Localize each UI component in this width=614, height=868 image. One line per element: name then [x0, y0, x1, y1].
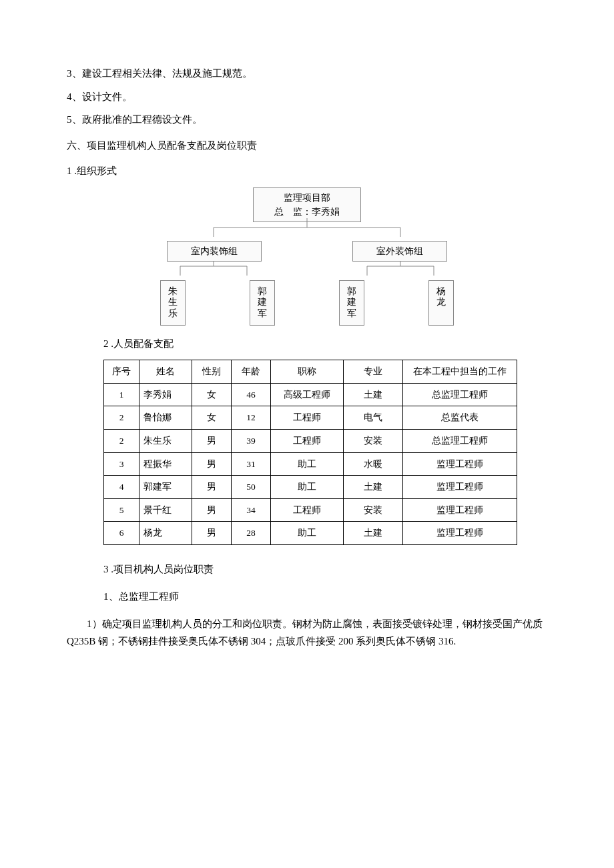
th-major: 专业 [344, 360, 403, 384]
org-top-box: 监理项目部 总 监：李秀娟 [253, 187, 361, 222]
list-item-5: 5、政府批准的工程德设文件。 [67, 110, 547, 129]
org-chart: 监理项目部 总 监：李秀娟 室内装饰组 室外装饰组 朱生乐 郭建军 郭建军 杨龙 [133, 187, 481, 328]
org-row2-left: 室内装饰组 [167, 241, 262, 262]
org-leaf-1: 朱生乐 [160, 280, 186, 326]
table-row: 2朱生乐男39工程师安装总监理工程师 [104, 429, 517, 452]
org-leaf-3: 郭建军 [339, 280, 364, 326]
role-1-title: 1、总监理工程师 [103, 587, 547, 606]
table-row: 5景千红男34工程师安装监理工程师 [104, 498, 517, 522]
th-gender: 性别 [192, 360, 232, 384]
paragraph-1: 1）确定项目监理机构人员的分工和岗位职责。钢材为防止腐蚀，表面接受镀锌处理，钢材… [67, 615, 547, 650]
table-row: 1李秀娟女46高级工程师土建总监理工程师 [104, 383, 517, 406]
th-name: 姓名 [139, 360, 192, 384]
th-seq: 序号 [104, 360, 139, 384]
org-top-line1: 监理项目部 [254, 191, 360, 205]
table-body: 1李秀娟女46高级工程师土建总监理工程师 2鲁怡娜女12工程师电气总监代表 2朱… [104, 383, 517, 544]
org-leaf-4: 杨龙 [428, 280, 454, 326]
th-age: 年龄 [232, 360, 271, 384]
table-row: 6杨龙男28助工土建监理工程师 [104, 522, 517, 545]
list-item-3: 3、建设工程相关法律、法规及施工规范。 [67, 64, 547, 83]
section-six-title: 六、项目监理机构人员配备支配及岗位职责 [67, 136, 547, 155]
th-role: 在本工程中担当的工作 [403, 360, 517, 384]
th-title: 职称 [271, 360, 344, 384]
table-row: 3程振华男31助工水暖监理工程师 [104, 452, 517, 476]
personnel-table: 序号 姓名 性别 年龄 职称 专业 在本工程中担当的工作 1李秀娟女46高级工程… [103, 360, 517, 545]
org-top-line2: 总 监：李秀娟 [254, 205, 360, 219]
org-leaf-2: 郭建军 [250, 280, 275, 326]
table-header-row: 序号 姓名 性别 年龄 职称 专业 在本工程中担当的工作 [104, 360, 517, 384]
org-row2-right: 室外装饰组 [352, 241, 447, 262]
subsection-3-title: 3 .项目机构人员岗位职责 [103, 560, 547, 579]
list-item-4: 4、设计文件。 [67, 87, 547, 107]
table-row: 4郭建军男50助工土建监理工程师 [104, 476, 517, 499]
subsection-1-title: 1 .组织形式 [67, 161, 547, 181]
subsection-2-title: 2 .人员配备支配 [103, 334, 547, 354]
table-row: 2鲁怡娜女12工程师电气总监代表 [104, 406, 517, 430]
